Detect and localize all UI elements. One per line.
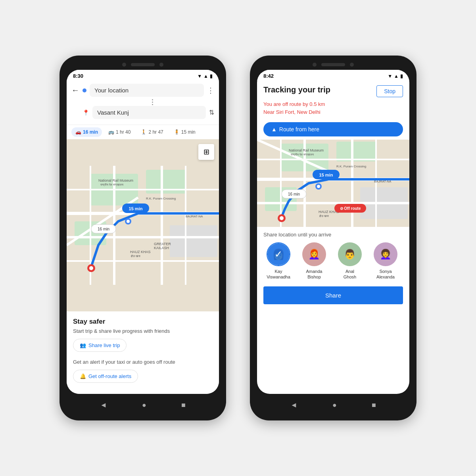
nav-back-button-2[interactable]: ◄ [290,401,298,409]
contact-avatar-3: 👨 [338,242,362,266]
svg-text:राष्ट्रीय रेल संग्रहालय: राष्ट्रीय रेल संग्रहालय [100,183,123,186]
camera-dot-2 [159,63,163,67]
svg-text:16 min: 16 min [98,227,109,231]
nav-square-button-2[interactable]: ■ [372,401,376,409]
phone-2-top-bar [257,63,409,67]
contact-name-4: SonyaAlexanda [376,269,395,280]
from-input[interactable] [90,84,204,97]
svg-point-17 [127,220,130,223]
contact-avatar-1: 👩 ✓ [267,242,290,266]
svg-text:हौज़ खास: हौज़ खास [131,254,140,257]
stay-safer-title: Stay safer [73,318,213,326]
svg-text:15 min: 15 min [319,173,333,177]
map-layers-button[interactable]: ⊞ [198,144,214,160]
off-route-line-1: You are off route by 0.5 km [263,100,403,108]
to-row: 📍 ⇅ [71,106,214,119]
avatar-3-photo: 👨 [344,249,356,260]
navigation-icon: ▲ [271,126,277,132]
map-area-2[interactable]: National Rail Museum राष्ट्रीय रेल संग्र… [257,140,409,227]
svg-text:National Rail Museum: National Rail Museum [289,148,324,152]
to-pin: 📍 [83,109,89,116]
route-connector [71,99,214,105]
tab-bus[interactable]: 🚌 1 hr 40 [104,127,134,137]
phone-1: 8:30 ▼ ▲ ▮ ← ⋮ 📍 [60,56,226,420]
contact-3[interactable]: 👨 AnalGhosh [335,242,365,280]
bus-time: 1 hr 40 [116,129,131,135]
bottom-section-1: Stay safer Start trip & share live progr… [67,311,219,394]
back-button[interactable]: ← [71,86,79,95]
contact-2[interactable]: 👩‍🦰 AmandaBishop [299,242,329,280]
tab-bike[interactable]: 🧍 15 min [170,127,200,137]
wifi-icon-2: ▲ [394,73,399,79]
layers-icon: ⊞ [203,148,209,156]
bus-icon: 🚌 [108,129,114,135]
off-route-btn-label: Get off-route alerts [88,373,131,379]
time-2: 8:42 [263,73,274,79]
transport-tabs: 🚗 16 min 🚌 1 hr 40 🚶 2 hr 47 🧍 15 min [67,125,219,139]
share-button[interactable]: Share [263,286,403,304]
swap-button[interactable]: ⇅ [209,109,214,116]
signal-icon: ▼ [197,73,202,79]
to-input[interactable] [92,106,206,119]
get-off-route-alerts-button[interactable]: 🔔 Get off-route alerts [73,370,138,383]
svg-text:हौज़ खास: हौज़ खास [319,214,329,217]
car-time: 16 min [83,129,98,135]
avatar-2-photo: 👩‍🦰 [308,249,320,260]
status-bar-1: 8:30 ▼ ▲ ▮ [67,70,219,81]
svg-text:National Rail Museum: National Rail Museum [98,178,133,182]
phone-1-nav: ◄ ● ■ [67,397,219,413]
selected-check-1: ✓ [267,243,290,265]
off-route-line-2: Near Siri Fort, New Delhi [263,108,403,116]
tab-car[interactable]: 🚗 16 min [71,127,102,137]
route-from-here-button[interactable]: ▲ Route from here [263,122,403,136]
camera-sensor [122,63,126,67]
more-options-button[interactable]: ⋮ [207,86,214,95]
svg-text:R.K. Puram Crossing: R.K. Puram Crossing [336,165,366,168]
signal-icon-2: ▼ [388,73,392,79]
off-route-alert: You are off route by 0.5 km Near Siri Fo… [257,100,409,119]
share-section-title: Share location until you arrive [263,232,403,238]
phone-1-top-bar [67,63,219,67]
phone-2-screen: 8:42 ▼ ▲ ▮ Tracking your trip Stop You a… [257,70,409,394]
svg-rect-4 [170,225,217,257]
svg-text:R.K. Puram Crossing: R.K. Puram Crossing [146,197,176,200]
from-dot [83,88,86,92]
nav-back-button[interactable]: ◄ [100,401,107,409]
tracking-header: Tracking your trip Stop [257,81,409,100]
bike-time: 15 min [181,129,196,135]
contact-avatar-4: 👩‍🦱 [374,242,397,266]
walk-time: 2 hr 47 [148,129,163,135]
share-live-trip-button[interactable]: 👥 Share live trip [73,339,127,352]
tab-walk[interactable]: 🚶 2 hr 47 [137,127,167,137]
from-row: ← ⋮ [71,84,214,97]
nav-square-button[interactable]: ■ [181,401,186,409]
status-icons-2: ▼ ▲ ▮ [388,73,403,79]
nav-home-button-2[interactable]: ● [332,401,337,409]
check-icon-1: ✓ [274,249,282,260]
svg-text:HAUZ KHAS: HAUZ KHAS [130,250,151,254]
contact-name-2: AmandaBishop [306,269,322,280]
status-bar-2: 8:42 ▼ ▲ ▮ [257,70,409,81]
svg-point-46 [317,185,320,188]
svg-text:KAILASH: KAILASH [154,246,169,250]
map-area-1[interactable]: National Rail Museum राष्ट्रीय रेल संग्र… [67,139,219,311]
contact-1[interactable]: 👩 ✓ KayViswanadha [263,242,294,280]
contact-name-3: AnalGhosh [344,269,356,280]
nav-home-button[interactable]: ● [142,401,146,409]
stop-button[interactable]: Stop [376,85,403,97]
svg-text:GREATER: GREATER [154,242,171,246]
status-icons-1: ▼ ▲ ▮ [197,73,213,79]
contacts-row: 👩 ✓ KayViswanadha 👩‍🦰 A [263,242,403,280]
speaker-grille [131,63,155,66]
contact-4[interactable]: 👩‍🦱 SonyaAlexanda [370,242,401,280]
stay-safer-subtitle: Start trip & share live progress with fr… [73,328,213,334]
share-people-icon: 👥 [80,342,86,348]
wifi-icon: ▲ [203,73,208,79]
camera-dot-3 [350,63,354,67]
phone-1-screen: 8:30 ▼ ▲ ▮ ← ⋮ 📍 [67,70,219,394]
walk-icon: 🚶 [141,129,147,135]
contact-avatar-2: 👩‍🦰 [302,242,326,266]
phone-2-nav: ◄ ● ■ [257,397,409,413]
svg-rect-32 [336,142,376,161]
bike-icon: 🧍 [174,129,180,135]
